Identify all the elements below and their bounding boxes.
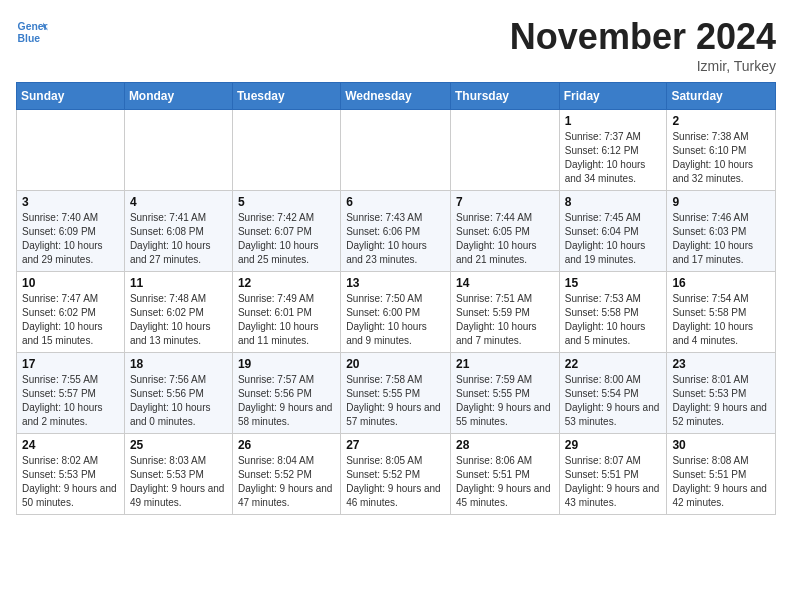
- calendar-cell: [17, 110, 125, 191]
- weekday-header: Wednesday: [341, 83, 451, 110]
- day-number: 3: [22, 195, 119, 209]
- calendar-cell: 5Sunrise: 7:42 AMSunset: 6:07 PMDaylight…: [232, 191, 340, 272]
- day-info: Sunrise: 7:54 AMSunset: 5:58 PMDaylight:…: [672, 292, 770, 348]
- day-info: Sunrise: 8:03 AMSunset: 5:53 PMDaylight:…: [130, 454, 227, 510]
- calendar-cell: 26Sunrise: 8:04 AMSunset: 5:52 PMDayligh…: [232, 434, 340, 515]
- weekday-header: Monday: [124, 83, 232, 110]
- day-number: 1: [565, 114, 662, 128]
- weekday-header: Friday: [559, 83, 667, 110]
- calendar-cell: 3Sunrise: 7:40 AMSunset: 6:09 PMDaylight…: [17, 191, 125, 272]
- day-info: Sunrise: 7:38 AMSunset: 6:10 PMDaylight:…: [672, 130, 770, 186]
- day-number: 30: [672, 438, 770, 452]
- weekday-header: Thursday: [450, 83, 559, 110]
- day-number: 20: [346, 357, 445, 371]
- location: Izmir, Turkey: [510, 58, 776, 74]
- calendar-cell: 23Sunrise: 8:01 AMSunset: 5:53 PMDayligh…: [667, 353, 776, 434]
- calendar-cell: 17Sunrise: 7:55 AMSunset: 5:57 PMDayligh…: [17, 353, 125, 434]
- day-info: Sunrise: 8:00 AMSunset: 5:54 PMDaylight:…: [565, 373, 662, 429]
- calendar-cell: [341, 110, 451, 191]
- calendar-cell: 25Sunrise: 8:03 AMSunset: 5:53 PMDayligh…: [124, 434, 232, 515]
- calendar-cell: 7Sunrise: 7:44 AMSunset: 6:05 PMDaylight…: [450, 191, 559, 272]
- calendar-cell: 19Sunrise: 7:57 AMSunset: 5:56 PMDayligh…: [232, 353, 340, 434]
- calendar-cell: 15Sunrise: 7:53 AMSunset: 5:58 PMDayligh…: [559, 272, 667, 353]
- day-number: 22: [565, 357, 662, 371]
- calendar-cell: 8Sunrise: 7:45 AMSunset: 6:04 PMDaylight…: [559, 191, 667, 272]
- day-number: 6: [346, 195, 445, 209]
- calendar-cell: 22Sunrise: 8:00 AMSunset: 5:54 PMDayligh…: [559, 353, 667, 434]
- calendar-cell: 9Sunrise: 7:46 AMSunset: 6:03 PMDaylight…: [667, 191, 776, 272]
- calendar-cell: [450, 110, 559, 191]
- day-number: 8: [565, 195, 662, 209]
- day-info: Sunrise: 7:58 AMSunset: 5:55 PMDaylight:…: [346, 373, 445, 429]
- calendar-cell: 10Sunrise: 7:47 AMSunset: 6:02 PMDayligh…: [17, 272, 125, 353]
- svg-text:Blue: Blue: [18, 33, 41, 44]
- calendar-cell: 6Sunrise: 7:43 AMSunset: 6:06 PMDaylight…: [341, 191, 451, 272]
- calendar-week-row: 1Sunrise: 7:37 AMSunset: 6:12 PMDaylight…: [17, 110, 776, 191]
- calendar-cell: 29Sunrise: 8:07 AMSunset: 5:51 PMDayligh…: [559, 434, 667, 515]
- calendar-cell: 2Sunrise: 7:38 AMSunset: 6:10 PMDaylight…: [667, 110, 776, 191]
- day-number: 24: [22, 438, 119, 452]
- day-info: Sunrise: 8:04 AMSunset: 5:52 PMDaylight:…: [238, 454, 335, 510]
- month-title: November 2024: [510, 16, 776, 58]
- day-number: 29: [565, 438, 662, 452]
- day-number: 12: [238, 276, 335, 290]
- calendar-cell: 28Sunrise: 8:06 AMSunset: 5:51 PMDayligh…: [450, 434, 559, 515]
- day-info: Sunrise: 8:07 AMSunset: 5:51 PMDaylight:…: [565, 454, 662, 510]
- day-info: Sunrise: 7:57 AMSunset: 5:56 PMDaylight:…: [238, 373, 335, 429]
- day-number: 10: [22, 276, 119, 290]
- day-number: 28: [456, 438, 554, 452]
- day-info: Sunrise: 7:42 AMSunset: 6:07 PMDaylight:…: [238, 211, 335, 267]
- day-info: Sunrise: 7:51 AMSunset: 5:59 PMDaylight:…: [456, 292, 554, 348]
- calendar-cell: 1Sunrise: 7:37 AMSunset: 6:12 PMDaylight…: [559, 110, 667, 191]
- calendar-cell: 16Sunrise: 7:54 AMSunset: 5:58 PMDayligh…: [667, 272, 776, 353]
- calendar-cell: 30Sunrise: 8:08 AMSunset: 5:51 PMDayligh…: [667, 434, 776, 515]
- day-info: Sunrise: 7:47 AMSunset: 6:02 PMDaylight:…: [22, 292, 119, 348]
- day-info: Sunrise: 7:37 AMSunset: 6:12 PMDaylight:…: [565, 130, 662, 186]
- day-info: Sunrise: 7:44 AMSunset: 6:05 PMDaylight:…: [456, 211, 554, 267]
- day-info: Sunrise: 8:08 AMSunset: 5:51 PMDaylight:…: [672, 454, 770, 510]
- calendar-cell: 21Sunrise: 7:59 AMSunset: 5:55 PMDayligh…: [450, 353, 559, 434]
- day-number: 18: [130, 357, 227, 371]
- calendar-cell: 24Sunrise: 8:02 AMSunset: 5:53 PMDayligh…: [17, 434, 125, 515]
- day-number: 19: [238, 357, 335, 371]
- day-info: Sunrise: 7:49 AMSunset: 6:01 PMDaylight:…: [238, 292, 335, 348]
- page-header: General Blue General Blue November 2024 …: [16, 16, 776, 74]
- day-info: Sunrise: 7:45 AMSunset: 6:04 PMDaylight:…: [565, 211, 662, 267]
- day-number: 9: [672, 195, 770, 209]
- day-info: Sunrise: 7:50 AMSunset: 6:00 PMDaylight:…: [346, 292, 445, 348]
- day-number: 5: [238, 195, 335, 209]
- day-number: 14: [456, 276, 554, 290]
- day-number: 4: [130, 195, 227, 209]
- day-info: Sunrise: 7:40 AMSunset: 6:09 PMDaylight:…: [22, 211, 119, 267]
- calendar-cell: 11Sunrise: 7:48 AMSunset: 6:02 PMDayligh…: [124, 272, 232, 353]
- weekday-header: Saturday: [667, 83, 776, 110]
- day-info: Sunrise: 8:01 AMSunset: 5:53 PMDaylight:…: [672, 373, 770, 429]
- calendar-cell: 20Sunrise: 7:58 AMSunset: 5:55 PMDayligh…: [341, 353, 451, 434]
- day-number: 27: [346, 438, 445, 452]
- day-number: 15: [565, 276, 662, 290]
- day-number: 21: [456, 357, 554, 371]
- day-number: 16: [672, 276, 770, 290]
- day-info: Sunrise: 7:56 AMSunset: 5:56 PMDaylight:…: [130, 373, 227, 429]
- day-number: 17: [22, 357, 119, 371]
- calendar-table: SundayMondayTuesdayWednesdayThursdayFrid…: [16, 82, 776, 515]
- logo: General Blue General Blue: [16, 16, 48, 48]
- day-info: Sunrise: 7:41 AMSunset: 6:08 PMDaylight:…: [130, 211, 227, 267]
- day-info: Sunrise: 7:46 AMSunset: 6:03 PMDaylight:…: [672, 211, 770, 267]
- weekday-header: Tuesday: [232, 83, 340, 110]
- day-number: 2: [672, 114, 770, 128]
- calendar-cell: 14Sunrise: 7:51 AMSunset: 5:59 PMDayligh…: [450, 272, 559, 353]
- day-number: 26: [238, 438, 335, 452]
- day-number: 7: [456, 195, 554, 209]
- day-info: Sunrise: 8:02 AMSunset: 5:53 PMDaylight:…: [22, 454, 119, 510]
- calendar-cell: 4Sunrise: 7:41 AMSunset: 6:08 PMDaylight…: [124, 191, 232, 272]
- calendar-week-row: 3Sunrise: 7:40 AMSunset: 6:09 PMDaylight…: [17, 191, 776, 272]
- calendar-cell: 27Sunrise: 8:05 AMSunset: 5:52 PMDayligh…: [341, 434, 451, 515]
- day-number: 25: [130, 438, 227, 452]
- calendar-week-row: 10Sunrise: 7:47 AMSunset: 6:02 PMDayligh…: [17, 272, 776, 353]
- weekday-header: Sunday: [17, 83, 125, 110]
- logo-icon: General Blue: [16, 16, 48, 48]
- day-info: Sunrise: 7:53 AMSunset: 5:58 PMDaylight:…: [565, 292, 662, 348]
- day-number: 23: [672, 357, 770, 371]
- day-info: Sunrise: 8:06 AMSunset: 5:51 PMDaylight:…: [456, 454, 554, 510]
